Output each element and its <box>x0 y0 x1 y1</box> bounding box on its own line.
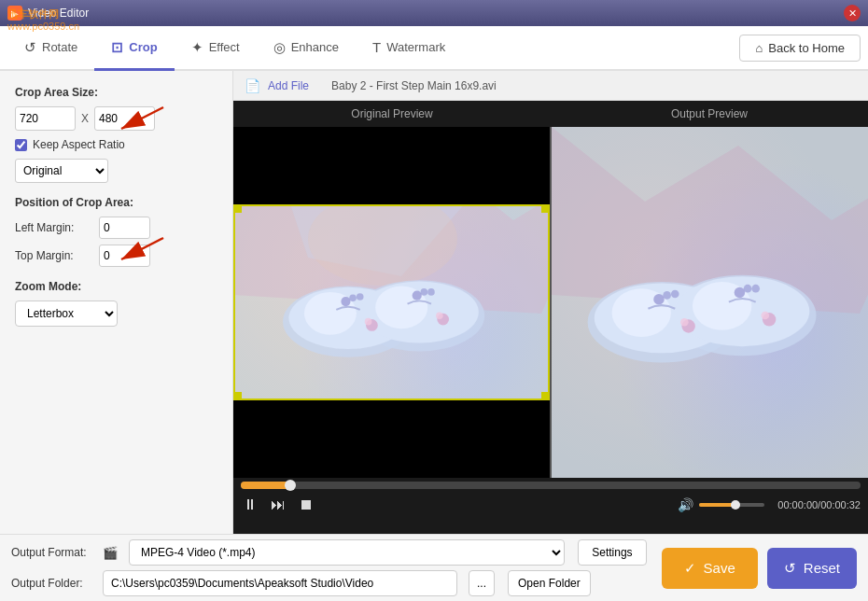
volume-handle <box>731 500 740 510</box>
original-preview-label: Original Preview <box>233 101 551 127</box>
action-buttons: ✓ Save ↺ Reset <box>662 548 857 589</box>
keep-aspect-ratio-checkbox[interactable] <box>15 139 27 151</box>
title-bar-text: Video Editor <box>28 7 89 20</box>
svg-point-16 <box>427 288 435 296</box>
folder-path-input[interactable] <box>103 570 457 596</box>
reset-label: Reset <box>804 560 840 576</box>
crop-corner-br <box>541 392 549 399</box>
svg-point-34 <box>744 285 752 293</box>
save-button[interactable]: ✓ Save <box>662 548 758 589</box>
svg-point-18 <box>365 318 372 326</box>
aspect-ratio-select[interactable]: Original 16:9 4:3 1:1 <box>15 159 108 183</box>
volume-icon: 🔊 <box>678 497 693 512</box>
file-name-label: Baby 2 - First Step Main 16x9.avi <box>331 79 497 92</box>
left-panel: Crop Area Size: X Keep Aspect Ratio Orig… <box>0 71 233 534</box>
tab-effect-label: Effect <box>209 40 240 54</box>
back-to-home-button[interactable]: ⌂ Back to Home <box>739 35 861 62</box>
pause-button[interactable]: ⏸ <box>241 495 259 515</box>
width-input[interactable] <box>15 106 76 131</box>
black-bar-top-original <box>233 127 550 204</box>
enhance-icon: ◎ <box>273 39 286 56</box>
svg-point-35 <box>751 285 760 293</box>
progress-handle <box>285 480 296 491</box>
tab-enhance[interactable]: ◎ Enhance <box>257 26 356 71</box>
rotate-icon: ↺ <box>24 39 36 56</box>
top-margin-label: Top Margin: <box>15 249 91 262</box>
tab-effect[interactable]: ✦ Effect <box>175 26 257 71</box>
tab-crop[interactable]: ⊡ Crop <box>94 26 174 71</box>
settings-button[interactable]: Settings <box>578 539 646 566</box>
crop-size-inputs: X <box>15 106 217 131</box>
controls-bar: ⏸ ⏭ ⏹ 🔊 00:00:00/00:00:32 <box>233 478 868 534</box>
format-select[interactable]: MPEG-4 Video (*.mp4) <box>129 539 565 566</box>
left-margin-input[interactable] <box>99 217 150 239</box>
stop-button[interactable]: ⏹ <box>297 495 315 515</box>
preview-panel: 📄 Add File Baby 2 - First Step Main 16x9… <box>233 71 868 534</box>
tab-enhance-label: Enhance <box>291 40 339 54</box>
volume-bar[interactable] <box>699 503 764 507</box>
output-preview-label: Output Preview <box>551 101 868 127</box>
progress-bar[interactable] <box>241 482 861 489</box>
next-frame-button[interactable]: ⏭ <box>269 495 287 515</box>
output-folder-row: Output Folder: ... Open Folder <box>11 570 647 596</box>
svg-point-13 <box>357 293 364 300</box>
svg-point-20 <box>436 313 443 320</box>
title-bar: ▶ Video Editor ✕ <box>0 0 868 26</box>
file-bar: 📄 Add File Baby 2 - First Step Main 16x9… <box>233 71 868 101</box>
svg-point-32 <box>671 290 679 299</box>
tab-rotate[interactable]: ↺ Rotate <box>7 26 94 71</box>
controls-row: ⏸ ⏭ ⏹ 🔊 00:00:00/00:00:32 <box>241 495 861 515</box>
title-bar-left: ▶ Video Editor <box>7 6 89 21</box>
time-display: 00:00:00/00:00:32 <box>777 499 861 510</box>
main-layout: Crop Area Size: X Keep Aspect Ratio Orig… <box>0 71 868 534</box>
left-margin-label: Left Margin: <box>15 221 91 234</box>
add-file-icon: 📄 <box>245 78 260 93</box>
height-input[interactable] <box>94 106 155 131</box>
preview-area <box>233 127 868 478</box>
aspect-ratio-row: Keep Aspect Ratio <box>15 138 217 151</box>
close-button[interactable]: ✕ <box>844 5 861 21</box>
keep-aspect-ratio-label: Keep Aspect Ratio <box>33 138 125 151</box>
reset-button[interactable]: ↺ Reset <box>767 548 857 589</box>
crop-corner-bl <box>234 392 242 399</box>
top-margin-row: Top Margin: <box>15 245 217 267</box>
zoom-mode-select[interactable]: Letterbox Pan & Scan Full <box>15 300 118 327</box>
add-file-button[interactable]: Add File <box>268 79 309 92</box>
progress-fill <box>241 482 290 489</box>
preview-labels: Original Preview Output Preview <box>233 101 868 127</box>
top-margin-input[interactable] <box>99 245 150 267</box>
x-separator: X <box>81 112 89 125</box>
tab-watermark[interactable]: T Watermark <box>356 26 462 71</box>
svg-point-39 <box>761 312 769 320</box>
position-label: Position of Crop Area: <box>15 196 217 209</box>
svg-point-15 <box>420 288 427 296</box>
reset-rotate-icon: ↺ <box>784 560 796 577</box>
back-to-home-label: Back to Home <box>768 41 845 55</box>
svg-point-33 <box>735 287 746 299</box>
output-folder-label: Output Folder: <box>11 577 95 590</box>
save-label: Save <box>704 560 735 576</box>
browse-button[interactable]: ... <box>469 570 495 596</box>
svg-point-14 <box>413 291 422 300</box>
app-icon: ▶ <box>7 6 22 21</box>
output-format-row: Output Format: 🎬 MPEG-4 Video (*.mp4) Se… <box>11 539 647 566</box>
crop-icon: ⊡ <box>111 39 123 56</box>
volume-section: 🔊 00:00:00/00:00:32 <box>678 497 861 512</box>
output-settings: Output Format: 🎬 MPEG-4 Video (*.mp4) Se… <box>11 539 647 596</box>
baby-shoes-output <box>567 179 836 425</box>
output-preview <box>552 127 868 478</box>
crop-area-size-label: Crop Area Size: <box>15 86 217 99</box>
open-folder-button[interactable]: Open Folder <box>508 570 591 596</box>
tab-rotate-label: Rotate <box>42 40 77 54</box>
black-bar-bottom-original <box>233 400 550 478</box>
output-format-label: Output Format: <box>11 546 95 559</box>
tab-crop-label: Crop <box>129 40 157 54</box>
format-icon: 🎬 <box>103 546 118 560</box>
svg-point-12 <box>349 295 357 302</box>
tab-watermark-label: Watermark <box>386 40 445 54</box>
svg-point-31 <box>663 291 671 300</box>
effect-icon: ✦ <box>191 39 203 56</box>
svg-point-11 <box>341 297 350 306</box>
zoom-mode-label: Zoom Mode: <box>15 280 217 293</box>
bottom-bar: Output Format: 🎬 MPEG-4 Video (*.mp4) Se… <box>0 534 868 601</box>
